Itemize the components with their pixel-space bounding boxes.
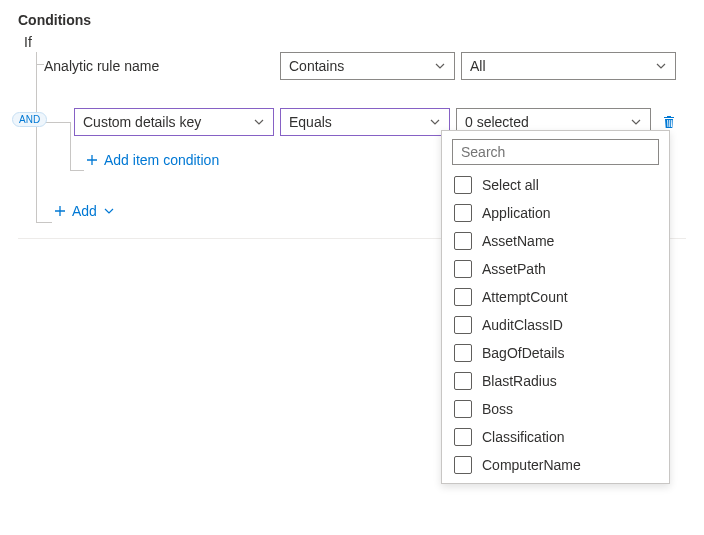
add-label: Add <box>72 203 97 219</box>
key-select[interactable]: Custom details key <box>74 108 274 136</box>
plus-icon <box>86 154 98 166</box>
value-text: 0 selected <box>465 114 529 130</box>
option-label: BagOfDetails <box>482 345 564 361</box>
option-label: Classification <box>482 429 564 445</box>
condition-row-1: Analytic rule name Contains All <box>44 52 686 80</box>
checkbox-icon <box>454 400 472 418</box>
checkbox-icon <box>454 232 472 250</box>
and-badge: AND <box>12 112 47 127</box>
multiselect-dropdown: Select all ApplicationAssetNameAssetPath… <box>441 130 670 484</box>
tree-connector <box>70 170 84 171</box>
option-label: Boss <box>482 401 513 417</box>
field-label: Analytic rule name <box>44 54 274 78</box>
option-label: BlastRadius <box>482 373 557 389</box>
checkbox-icon <box>454 260 472 278</box>
dropdown-option[interactable]: Boss <box>442 395 667 423</box>
operator-select[interactable]: Contains <box>280 52 455 80</box>
dropdown-option[interactable]: BlastRadius <box>442 367 667 395</box>
option-label: Application <box>482 205 551 221</box>
select-all-option[interactable]: Select all <box>442 171 667 199</box>
dropdown-option[interactable]: AuditClassID <box>442 311 667 339</box>
dropdown-option[interactable]: BagOfDetails <box>442 339 667 367</box>
option-label: AuditClassID <box>482 317 563 333</box>
search-input[interactable] <box>452 139 659 165</box>
operator-select[interactable]: Equals <box>280 108 450 136</box>
option-label: AttemptCount <box>482 289 568 305</box>
value-select[interactable]: All <box>461 52 676 80</box>
option-label: AssetName <box>482 233 554 249</box>
trash-icon[interactable] <box>661 114 677 130</box>
dropdown-option[interactable]: AssetName <box>442 227 667 255</box>
checkbox-icon <box>454 176 472 194</box>
checkbox-icon <box>454 372 472 390</box>
checkbox-icon <box>454 316 472 334</box>
checkbox-icon <box>454 344 472 362</box>
option-label: Select all <box>482 177 539 193</box>
checkbox-icon <box>454 204 472 222</box>
tree-connector <box>36 222 52 223</box>
option-label: ComputerName <box>482 457 581 473</box>
chevron-down-icon <box>434 60 446 72</box>
add-item-condition-button[interactable]: Add item condition <box>86 152 219 168</box>
dropdown-option[interactable]: AssetPath <box>442 255 667 283</box>
chevron-down-icon <box>630 116 642 128</box>
if-label: If <box>24 34 686 50</box>
chevron-down-icon <box>253 116 265 128</box>
value-text: All <box>470 58 486 74</box>
operator-value: Equals <box>289 114 332 130</box>
checkbox-icon <box>454 288 472 306</box>
dropdown-option[interactable]: Classification <box>442 423 667 451</box>
section-title: Conditions <box>18 12 686 28</box>
tree-connector <box>70 122 71 170</box>
chevron-down-icon <box>103 205 115 217</box>
dropdown-option[interactable]: Application <box>442 199 667 227</box>
dropdown-option[interactable]: ComputerName <box>442 451 667 479</box>
checkbox-icon <box>454 428 472 446</box>
plus-icon <box>54 205 66 217</box>
tree-connector <box>36 52 37 222</box>
operator-value: Contains <box>289 58 344 74</box>
option-label: AssetPath <box>482 261 546 277</box>
dropdown-list[interactable]: Select all ApplicationAssetNameAssetPath… <box>442 171 669 479</box>
tree-connector <box>36 64 44 65</box>
add-item-label: Add item condition <box>104 152 219 168</box>
chevron-down-icon <box>429 116 441 128</box>
add-button[interactable]: Add <box>54 203 115 219</box>
dropdown-option[interactable]: AttemptCount <box>442 283 667 311</box>
key-value: Custom details key <box>83 114 201 130</box>
checkbox-icon <box>454 456 472 474</box>
chevron-down-icon <box>655 60 667 72</box>
